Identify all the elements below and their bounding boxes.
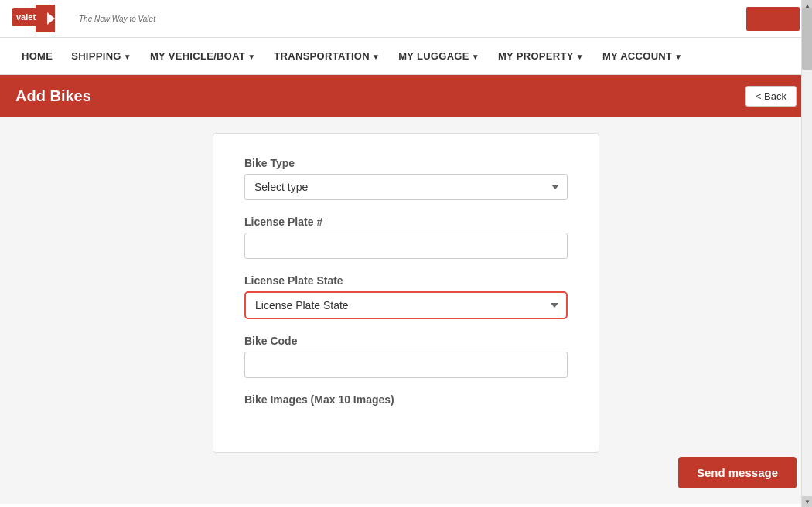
nav-item-property[interactable]: MY PROPERTY▼ <box>489 38 593 74</box>
property-dropdown-arrow: ▼ <box>576 53 584 61</box>
bike-images-group: Bike Images (Max 10 Images) <box>244 393 568 406</box>
nav-item-luggage[interactable]: MY LUGGAGE▼ <box>389 38 489 74</box>
bike-images-label: Bike Images (Max 10 Images) <box>244 393 568 406</box>
license-plate-state-group: License Plate State License Plate State … <box>244 274 568 319</box>
back-button[interactable]: < Back <box>745 86 797 107</box>
logo-area: valet The New Way to Valet <box>12 5 155 32</box>
scrollbar-thumb[interactable] <box>802 8 812 70</box>
shipping-dropdown-arrow: ▼ <box>124 53 131 61</box>
bike-type-group: Bike Type Select type Mountain Bike Road… <box>244 157 568 200</box>
bike-code-label: Bike Code <box>244 335 568 347</box>
svg-text:valet: valet <box>16 12 36 22</box>
logo-icon: valet <box>12 5 74 32</box>
logo-tagline: The New Way to Valet <box>79 15 155 23</box>
bike-type-select[interactable]: Select type Mountain Bike Road Bike BMX … <box>244 174 568 200</box>
vehicle-boat-dropdown-arrow: ▼ <box>247 53 255 61</box>
nav-link-shipping[interactable]: SHIPPING▼ <box>62 38 141 74</box>
nav-link-vehicle-boat[interactable]: MY VEHICLE/BOAT▼ <box>141 38 264 74</box>
form-card: Bike Type Select type Mountain Bike Road… <box>213 133 599 453</box>
license-plate-state-label: License Plate State <box>244 274 568 287</box>
main-content: Bike Type Select type Mountain Bike Road… <box>0 117 812 504</box>
scrollbar-arrow-down[interactable]: ▼ <box>802 496 812 507</box>
luggage-dropdown-arrow: ▼ <box>472 53 479 61</box>
license-plate-number-label: License Plate # <box>244 216 568 228</box>
license-plate-state-select[interactable]: License Plate State Alabama Alaska Arizo… <box>244 291 568 319</box>
nav-item-vehicle-boat[interactable]: MY VEHICLE/BOAT▼ <box>141 38 264 74</box>
scrollbar-track: ▲ ▼ <box>801 0 812 507</box>
send-message-button[interactable]: Send message <box>678 457 797 488</box>
bike-code-group: Bike Code <box>244 335 568 378</box>
top-header: valet The New Way to Valet <box>0 0 812 38</box>
nav-link-luggage[interactable]: MY LUGGAGE▼ <box>389 38 489 74</box>
nav-item-home[interactable]: HOME <box>12 38 62 74</box>
nav-link-property[interactable]: MY PROPERTY▼ <box>489 38 593 74</box>
nav-link-account[interactable]: MY ACCOUNT▼ <box>593 38 692 74</box>
license-plate-number-input[interactable] <box>244 233 568 259</box>
header-action-button[interactable] <box>746 7 800 31</box>
nav-item-transportation[interactable]: TRANSPORTATION▼ <box>264 38 389 74</box>
bike-code-input[interactable] <box>244 352 568 378</box>
nav-item-shipping[interactable]: SHIPPING▼ <box>62 38 141 74</box>
nav-link-transportation[interactable]: TRANSPORTATION▼ <box>264 38 389 74</box>
nav-link-home[interactable]: HOME <box>12 38 62 74</box>
transportation-dropdown-arrow: ▼ <box>372 53 380 61</box>
nav-item-account[interactable]: MY ACCOUNT▼ <box>593 38 692 74</box>
account-dropdown-arrow: ▼ <box>674 53 682 61</box>
main-navigation: HOME SHIPPING▼ MY VEHICLE/BOAT▼ TRANSPOR… <box>0 38 812 75</box>
license-plate-number-group: License Plate # <box>244 216 568 259</box>
page-title-bar: Add Bikes < Back <box>0 75 812 117</box>
page-title: Add Bikes <box>15 87 91 105</box>
bike-type-label: Bike Type <box>244 157 568 169</box>
